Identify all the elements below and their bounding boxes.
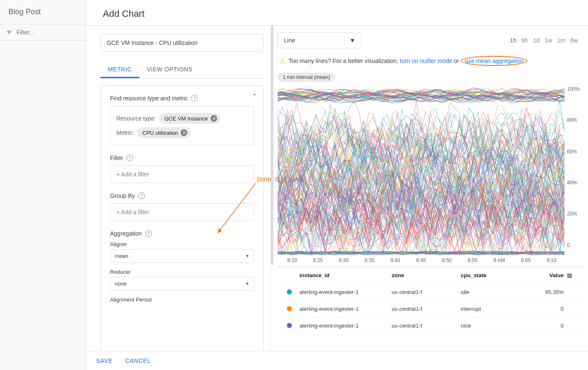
config-tabs: METRIC VIEW OPTIONS	[100, 62, 264, 79]
close-icon[interactable]: ✕	[210, 115, 217, 122]
config-panel: GCE VM Instance - CPU utilization METRIC…	[86, 26, 271, 370]
y-axis-labels: 100%80%60%40%20%0	[564, 84, 585, 257]
aligner-select[interactable]: mean▼	[110, 249, 254, 263]
preview-panel: Line▼ 1h 6h 1d 1w 1m 6w ⚠ Too many lines…	[271, 26, 588, 370]
save-button[interactable]: SAVE	[96, 357, 113, 364]
help-icon[interactable]: ?	[191, 95, 198, 102]
aligner-label: Aligner	[110, 241, 254, 247]
warning-text: Too many lines? For a better visualizati…	[289, 58, 400, 64]
close-icon[interactable]: ✕	[181, 129, 187, 136]
x-axis-labels: 8:208:258:308:358:408:458:508:559 AM9:05…	[278, 257, 585, 267]
outlier-link[interactable]: turn on outlier mode	[400, 58, 452, 64]
filter-input[interactable]: + Add a filter	[110, 165, 254, 183]
reducer-select[interactable]: none▼	[110, 277, 254, 291]
resource-type-label: Resource type:	[116, 115, 156, 122]
th-value[interactable]: Value	[530, 272, 564, 278]
column-config-icon[interactable]: ▥	[567, 272, 575, 278]
cancel-button[interactable]: CANCEL	[125, 357, 151, 364]
tab-view-options[interactable]: VIEW OPTIONS	[139, 62, 200, 78]
metric-label: Metric:	[116, 129, 134, 136]
help-icon[interactable]: ?	[145, 230, 152, 237]
th-instance-id[interactable]: instance_id	[299, 272, 392, 278]
mean-aggregation-link[interactable]: use mean aggregation	[465, 58, 523, 64]
filter-label: Filter?	[110, 155, 254, 161]
find-metric-label: Find resource type and metric?	[110, 95, 254, 102]
annotation-arrow	[215, 181, 257, 236]
time-range-1d[interactable]: 1d	[533, 37, 540, 44]
metric-chip[interactable]: CPU utilization✕	[137, 127, 191, 138]
th-cpu-state[interactable]: cpu_state	[461, 272, 530, 278]
table-row[interactable]: alerting-event-ingester-1 us-central1-f …	[278, 301, 585, 318]
alignment-period-label: Alignment Period	[110, 297, 254, 303]
chart-name-input[interactable]: GCE VM Instance - CPU utilization	[100, 34, 264, 52]
chevron-up-icon[interactable]	[252, 92, 257, 99]
time-range-6h[interactable]: 6h	[522, 37, 528, 44]
time-range-1h[interactable]: 1h	[510, 37, 517, 44]
time-range-1m[interactable]: 1m	[557, 37, 565, 44]
interval-pill: 1 min interval (mean)	[278, 73, 335, 82]
scroll-indicator	[271, 26, 273, 265]
annotation-text: zone, cpu_state	[257, 176, 271, 183]
time-range-group: 1h 6h 1d 1w 1m 6w	[510, 37, 578, 44]
help-icon[interactable]: ?	[138, 192, 145, 199]
filter-icon	[6, 29, 12, 36]
resource-type-chip[interactable]: GCE VM Instance✕	[159, 113, 220, 124]
reducer-label: Reducer	[110, 269, 254, 275]
warning-icon: ⚠	[279, 57, 285, 65]
table-row[interactable]: alerting-event-ingester-1 us-central1-f …	[278, 318, 585, 334]
line-chart[interactable]: 100%80%60%40%20%0	[278, 84, 585, 257]
svg-line-0	[218, 183, 256, 233]
table-row[interactable]: alerting-event-ingester-1 us-central1-f …	[278, 284, 585, 301]
table-header: instance_id zone cpu_state Value ▥	[278, 267, 585, 284]
time-range-1w[interactable]: 1w	[545, 37, 552, 44]
warning-banner: ⚠ Too many lines? For a better visualiza…	[278, 52, 585, 70]
th-zone[interactable]: zone	[392, 272, 461, 278]
chart-type-select[interactable]: Line▼	[278, 32, 362, 48]
metric-selector[interactable]: Resource type: GCE VM Instance✕ Metric: …	[110, 106, 254, 145]
footer-actions: SAVE CANCEL	[86, 351, 588, 370]
help-icon[interactable]: ?	[126, 155, 133, 161]
sidebar-title: Blog Post	[0, 0, 86, 24]
time-range-6w[interactable]: 6w	[570, 37, 578, 44]
sidebar-filter-input[interactable]	[16, 29, 80, 36]
sidebar: Blog Post	[0, 0, 86, 370]
warning-middle: or	[452, 58, 461, 64]
page-title: Add Chart	[86, 0, 588, 25]
sidebar-filter[interactable]	[0, 24, 86, 41]
tab-metric[interactable]: METRIC	[100, 62, 139, 78]
